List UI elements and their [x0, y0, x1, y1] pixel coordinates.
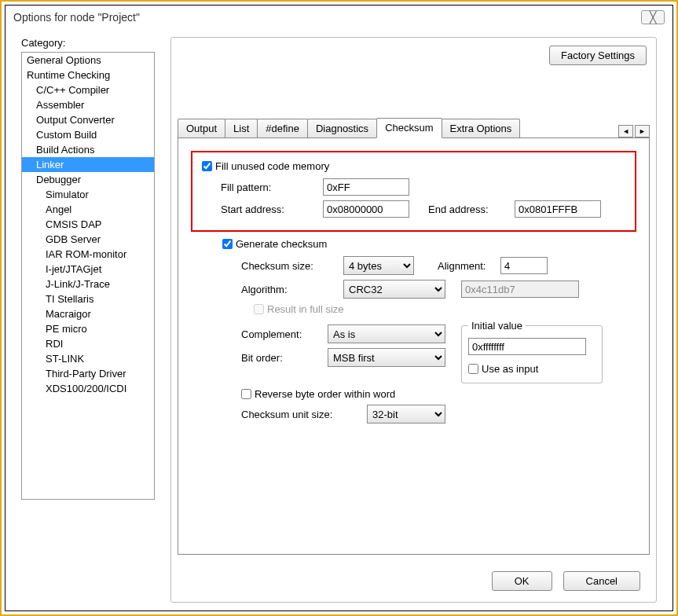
result-full-size-label: Result in full size: [267, 303, 344, 315]
highlight-box: Fill unused code memory Fill pattern: St…: [191, 151, 636, 232]
reverse-byte-label: Reverse byte order within word: [255, 388, 395, 400]
dialog-buttons: OK Cancel: [492, 571, 640, 591]
result-full-size-input: [254, 304, 264, 314]
sidebar-item-debugger[interactable]: Debugger: [22, 172, 154, 187]
sidebar-item-cmsis-dap[interactable]: CMSIS DAP: [22, 217, 154, 232]
sidebar-item-build-actions[interactable]: Build Actions: [22, 142, 154, 157]
sidebar-item-i-jet-jtagjet[interactable]: I-jet/JTAGjet: [22, 262, 154, 277]
alignment-label: Alignment:: [438, 260, 500, 272]
sidebar-item-c-c-compiler[interactable]: C/C++ Compiler: [22, 82, 154, 97]
unit-size-select[interactable]: 32-bit: [367, 405, 445, 424]
generate-checksum-input[interactable]: [222, 239, 233, 249]
start-address-field[interactable]: [323, 200, 409, 218]
end-address-label: End address:: [428, 204, 515, 215]
tab-list[interactable]: List: [225, 119, 258, 138]
tab-checksum[interactable]: Checksum: [376, 118, 442, 138]
sidebar-item-rdi[interactable]: RDI: [22, 336, 154, 351]
initial-value-legend: Initial value: [468, 320, 526, 332]
complement-label: Complement:: [241, 328, 328, 340]
result-full-size-checkbox: Result in full size: [254, 303, 344, 315]
factory-settings-button[interactable]: Factory Settings: [549, 46, 647, 65]
titlebar: Options for node "Project" ╳: [5, 6, 673, 29]
sidebar-item-runtime-checking[interactable]: Runtime Checking: [22, 68, 154, 82]
fill-unused-checkbox[interactable]: Fill unused code memory: [202, 160, 329, 172]
unit-size-label: Checksum unit size:: [241, 409, 367, 420]
sidebar-item-xds100-200-icdi[interactable]: XDS100/200/ICDI: [22, 381, 154, 396]
cancel-button[interactable]: Cancel: [563, 571, 640, 591]
tabs-bar: OutputList#defineDiagnosticsChecksumExtr…: [178, 116, 650, 138]
algorithm-label: Algorithm:: [241, 284, 343, 295]
tab-scroll-left-icon[interactable]: ◄: [618, 125, 633, 138]
initial-value-field[interactable]: [468, 338, 586, 355]
algorithm-select[interactable]: CRC32: [343, 280, 445, 299]
fill-pattern-label: Fill pattern:: [221, 182, 323, 193]
sidebar-item-general-options[interactable]: General Options: [22, 53, 154, 68]
generate-checksum-label: Generate checksum: [236, 238, 327, 250]
close-icon[interactable]: ╳: [641, 10, 665, 24]
category-list[interactable]: General OptionsRuntime CheckingC/C++ Com…: [21, 52, 155, 500]
options-panel: Factory Settings OutputList#defineDiagno…: [170, 37, 657, 603]
tab--define[interactable]: #define: [257, 119, 308, 138]
sidebar-item-angel[interactable]: Angel: [22, 202, 154, 217]
sidebar-item-linker[interactable]: Linker: [22, 157, 154, 172]
sidebar-item-pe-micro[interactable]: PE micro: [22, 321, 154, 336]
reverse-byte-checkbox[interactable]: Reverse byte order within word: [241, 388, 395, 400]
end-address-field[interactable]: [515, 200, 601, 218]
tab-scroll: ◄ ►: [618, 125, 650, 138]
sidebar-item-st-link[interactable]: ST-LINK: [22, 351, 154, 366]
checksum-size-select[interactable]: 4 bytes: [343, 256, 414, 275]
sidebar-item-ti-stellaris[interactable]: TI Stellaris: [22, 292, 154, 306]
initial-value-group: Initial value Use as input: [461, 320, 603, 383]
dialog-window: Options for node "Project" ╳ Category: G…: [5, 5, 673, 611]
alignment-field[interactable]: [500, 257, 548, 274]
ok-button[interactable]: OK: [492, 571, 552, 591]
fill-unused-label: Fill unused code memory: [215, 160, 329, 172]
use-as-input-checkbox[interactable]: Use as input: [468, 363, 538, 375]
use-as-input-label: Use as input: [482, 363, 538, 375]
sidebar-item-custom-build[interactable]: Custom Build: [22, 127, 154, 142]
sidebar-item-iar-rom-monitor[interactable]: IAR ROM-monitor: [22, 247, 154, 262]
bit-order-select[interactable]: MSB first: [328, 348, 445, 367]
sidebar-item-gdb-server[interactable]: GDB Server: [22, 232, 154, 247]
complement-select[interactable]: As is: [328, 324, 445, 343]
start-address-label: Start address:: [221, 204, 323, 215]
tab-extra-options[interactable]: Extra Options: [442, 119, 521, 138]
sidebar-item-macraigor[interactable]: Macraigor: [22, 306, 154, 321]
tab-output[interactable]: Output: [178, 119, 225, 138]
sidebar-item-third-party-driver[interactable]: Third-Party Driver: [22, 366, 154, 381]
sidebar-item-j-link-j-trace[interactable]: J-Link/J-Trace: [22, 277, 154, 292]
sidebar-item-output-converter[interactable]: Output Converter: [22, 112, 154, 127]
use-as-input-input[interactable]: [468, 364, 478, 374]
generate-checksum-checkbox[interactable]: Generate checksum: [222, 238, 327, 250]
reverse-byte-input[interactable]: [241, 389, 251, 399]
fill-unused-input[interactable]: [202, 161, 212, 171]
tab-diagnostics[interactable]: Diagnostics: [307, 119, 377, 138]
bit-order-label: Bit order:: [241, 352, 328, 364]
window-title: Options for node "Project": [13, 11, 140, 24]
polynomial-field: [461, 280, 579, 298]
tab-content-checksum: Fill unused code memory Fill pattern: St…: [178, 138, 650, 555]
sidebar-item-assembler[interactable]: Assembler: [22, 97, 154, 112]
fill-pattern-field[interactable]: [323, 178, 409, 196]
tab-scroll-right-icon[interactable]: ►: [635, 125, 650, 138]
checksum-size-label: Checksum size:: [241, 260, 343, 272]
sidebar-item-simulator[interactable]: Simulator: [22, 187, 154, 202]
